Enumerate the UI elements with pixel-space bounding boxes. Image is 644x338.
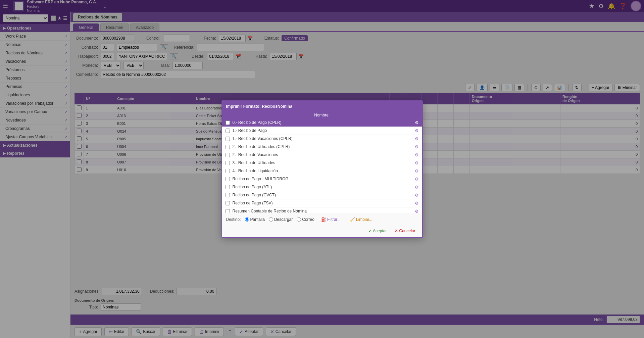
modal-list-item[interactable]: Recibo de Pago - MULTIDROG ⚙: [222, 175, 422, 183]
modal-item-checkbox[interactable]: [226, 185, 230, 189]
modal-item-settings-icon[interactable]: ⚙: [415, 136, 419, 141]
radio-descargar[interactable]: Descargar: [269, 217, 293, 222]
modal-item-checkbox[interactable]: [226, 201, 230, 205]
modal-item-settings-icon[interactable]: ⚙: [415, 193, 419, 198]
radio-pantalla[interactable]: Pantalla: [245, 217, 265, 222]
modal-item-checkbox[interactable]: [226, 177, 230, 181]
modal-item-settings-icon[interactable]: ⚙: [415, 177, 419, 182]
modal-item-label: Recibo de Pago - MULTIDROG: [233, 177, 289, 181]
modal-list: 0.- Recibo de Pago (CPLR) ⚙ 1.- Recibo d…: [222, 119, 422, 213]
check-icon-modal: ✓: [368, 229, 372, 233]
modal-item-checkbox[interactable]: [226, 120, 230, 125]
modal-item-settings-icon[interactable]: ⚙: [415, 152, 419, 157]
modal-item-label: 1.- Recibo de Pago: [233, 128, 267, 133]
modal-list-item[interactable]: 3.- Recibo de Utilidades ⚙: [222, 159, 422, 167]
modal-item-settings-icon[interactable]: ⚙: [415, 160, 419, 165]
modal-list-item[interactable]: 1.- Recibo de Pago ⚙: [222, 127, 422, 135]
modal-item-settings-icon[interactable]: ⚙: [415, 128, 419, 133]
x-icon-modal: ✕: [395, 229, 398, 233]
radio-correo-input[interactable]: [297, 217, 301, 222]
modal-list-item[interactable]: 1.- Recibo de Vacaciones (CPLR) ⚙: [222, 135, 422, 143]
modal-overlay: Imprimir Formato: RecibosNomina Nombre 0…: [0, 0, 644, 338]
modal-footer: Destino: Pantalla Descargar Correo ⛽ Fil…: [222, 213, 422, 237]
modal-item-checkbox[interactable]: [226, 137, 230, 141]
clean-icon: 🧹: [350, 217, 355, 222]
modal-list-item[interactable]: 4.- Recibo de Liquidación ⚙: [222, 167, 422, 175]
modal-item-checkbox[interactable]: [226, 161, 230, 165]
modal-item-checkbox[interactable]: [226, 129, 230, 133]
radio-correo[interactable]: Correo: [297, 217, 314, 222]
modal-item-checkbox[interactable]: [226, 193, 230, 197]
filter-icon: ⛽: [321, 217, 326, 222]
modal-item-label: 2.- Recibo de Vacaciones: [233, 152, 278, 157]
modal-item-label: 2.- Recibo de Utilidades (CPLR): [233, 144, 290, 149]
modal-item-settings-icon[interactable]: ⚙: [415, 168, 419, 174]
modal-list-item[interactable]: Resumen Contable de Recibo de Nómina ⚙: [222, 207, 422, 213]
modal-imprimir: Imprimir Formato: RecibosNomina Nombre 0…: [221, 100, 423, 238]
modal-item-label: Resumen Contable de Recibo de Nómina: [233, 209, 307, 213]
modal-item-label: 0.- Recibo de Pago (CPLR): [233, 120, 282, 125]
modal-list-item[interactable]: 2.- Recibo de Utilidades (CPLR) ⚙: [222, 143, 422, 151]
radio-descargar-input[interactable]: [269, 217, 273, 222]
modal-item-checkbox[interactable]: [226, 153, 230, 157]
modal-list-item[interactable]: Recibo de Pago (FSV) ⚙: [222, 199, 422, 207]
modal-list-item[interactable]: 0.- Recibo de Pago (CPLR) ⚙: [222, 119, 422, 127]
modal-aceptar-btn[interactable]: ✓ Aceptar: [366, 227, 389, 235]
modal-item-settings-icon[interactable]: ⚙: [415, 185, 419, 190]
filtrar-btn[interactable]: ⛽ Filtrar...: [318, 216, 343, 223]
modal-item-label: 1.- Recibo de Vacaciones (CPLR): [233, 136, 293, 141]
modal-list-item[interactable]: 2.- Recibo de Vacaciones ⚙: [222, 151, 422, 159]
modal-item-label: 3.- Recibo de Utilidades: [233, 160, 275, 165]
radio-pantalla-input[interactable]: [245, 217, 249, 222]
modal-radio-group: Pantalla Descargar Correo: [245, 217, 314, 222]
modal-list-header: Nombre: [222, 111, 422, 119]
modal-list-item[interactable]: Recibo de Pago (ATL) ⚙: [222, 183, 422, 191]
modal-body: Nombre 0.- Recibo de Pago (CPLR) ⚙ 1.- R…: [222, 111, 422, 213]
modal-item-checkbox[interactable]: [226, 209, 230, 213]
modal-item-checkbox[interactable]: [226, 169, 230, 173]
modal-item-settings-icon[interactable]: ⚙: [415, 144, 419, 149]
limpiar-btn[interactable]: 🧹 Limpiar...: [347, 216, 375, 223]
modal-item-label: Recibo de Pago (CVCT): [233, 193, 276, 197]
modal-list-item[interactable]: Recibo de Pago (CVCT) ⚙: [222, 191, 422, 199]
modal-item-label: Recibo de Pago (ATL): [233, 185, 272, 189]
modal-actions: ✓ Aceptar ✕ Cancelar: [366, 227, 418, 235]
modal-item-checkbox[interactable]: [226, 145, 230, 149]
modal-item-settings-icon[interactable]: ⚙: [415, 201, 419, 206]
modal-item-settings-icon[interactable]: ⚙: [415, 209, 419, 213]
modal-cancelar-btn[interactable]: ✕ Cancelar: [392, 227, 418, 235]
modal-item-label: Recibo de Pago (FSV): [233, 201, 273, 205]
modal-item-settings-icon[interactable]: ⚙: [415, 120, 419, 125]
modal-item-label: 4.- Recibo de Liquidación: [233, 168, 278, 173]
destino-label: Destino:: [226, 217, 241, 222]
modal-header: Imprimir Formato: RecibosNomina: [222, 101, 422, 111]
